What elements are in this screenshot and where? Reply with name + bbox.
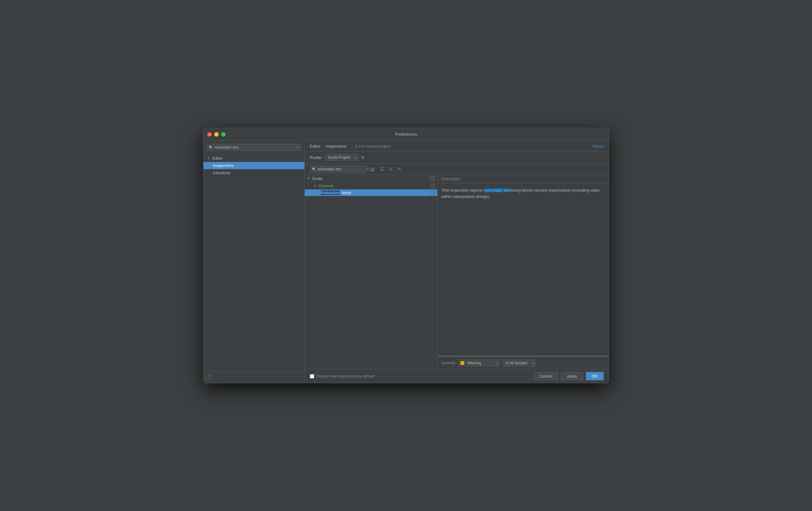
profile-label: Profile:: [310, 155, 322, 160]
block-text: block: [341, 190, 351, 195]
scala-group[interactable]: ▼ Scala: [305, 175, 437, 182]
sidebar-tree: ▼ Editor Inspections ✎ Intentions: [203, 153, 304, 371]
sidebar: 🔍 ✕ ▼ Editor Inspections ✎ Intentions: [203, 141, 305, 383]
search-icon: 🔍: [312, 167, 316, 171]
cancel-button[interactable]: Cancel: [533, 372, 558, 381]
window-controls: [207, 132, 226, 137]
editor-label: Editor: [212, 156, 223, 161]
close-button[interactable]: [207, 132, 212, 137]
apply-button[interactable]: Apply: [561, 372, 583, 381]
scope-select-wrap: In All Scopes In Tests Only: [502, 360, 536, 366]
desc-highlight: redundant enc: [484, 188, 510, 192]
ok-button[interactable]: OK: [586, 372, 604, 381]
caret-icon: ▼: [207, 156, 210, 160]
sort-icon: ☰: [380, 167, 384, 172]
gear-button[interactable]: ⚙: [361, 155, 365, 160]
window-title: Preferences: [395, 132, 417, 137]
scope-select[interactable]: In All Scopes In Tests Only: [502, 360, 536, 366]
redundant-block-label: Redundant block: [321, 190, 430, 195]
redundant-block-checkbox[interactable]: [430, 191, 435, 195]
sidebar-item-inspections[interactable]: Inspections ✎: [203, 162, 304, 169]
profile-bar: Profile: Scala Project Default ⚙: [305, 151, 609, 164]
description-header: Description: [438, 175, 609, 183]
sort-button[interactable]: ☰: [378, 166, 385, 172]
clear-filter-button[interactable]: ✎: [397, 166, 403, 172]
bottom-actions: Cancel Apply OK: [533, 372, 604, 381]
for-project-label: ⊙ For current project: [355, 144, 390, 149]
inspection-tree: ▼ Scala ▼ General Redundant block: [305, 175, 438, 369]
description-content: This inspection reports redundant enclos…: [438, 183, 609, 355]
breadcrumb: Editor › Inspections ⊙ For current proje…: [310, 144, 390, 149]
redundant-highlight: Redundant: [321, 190, 341, 195]
sidebar-footer: ?: [203, 371, 304, 383]
general-subgroup[interactable]: ▼ General: [305, 182, 437, 189]
edit-icon: ✎: [299, 163, 302, 168]
project-icon: ⊙: [355, 144, 358, 149]
bottom-bar: Disable new inspections by default Cance…: [305, 369, 609, 383]
inspection-panel: 🔍 ✕ ▥ ☰ ⇅ ✎: [305, 164, 609, 369]
maximize-button[interactable]: [221, 132, 226, 137]
inspection-body: ▼ Scala ▼ General Redundant block: [305, 175, 609, 369]
disable-checkbox-row: Disable new inspections by default: [310, 374, 374, 379]
sidebar-item-intentions[interactable]: Intentions: [203, 169, 304, 176]
main-panel: Editor › Inspections ⊙ For current proje…: [305, 141, 609, 383]
scala-caret: ▼: [307, 177, 311, 180]
inspection-search-input[interactable]: [318, 167, 365, 171]
inspection-toolbar: 🔍 ✕ ▥ ☰ ⇅ ✎: [305, 164, 609, 175]
profile-select[interactable]: Scala Project Default: [325, 154, 358, 161]
clear-filter-icon: ✎: [398, 167, 402, 172]
general-label: General: [318, 183, 333, 188]
filter-icon: ▥: [371, 167, 375, 172]
expand-button[interactable]: ⇅: [388, 166, 394, 172]
main-header: Editor › Inspections ⊙ For current proje…: [305, 141, 609, 151]
redundant-block-item[interactable]: Redundant block: [305, 189, 437, 196]
inspection-search-box: 🔍 ✕: [310, 166, 367, 173]
expand-icon: ⇅: [389, 167, 393, 172]
general-checkbox[interactable]: [430, 184, 435, 188]
minimize-button[interactable]: [214, 132, 219, 137]
profile-select-wrap: Scala Project Default: [325, 154, 358, 161]
sidebar-search-input[interactable]: [214, 145, 295, 150]
breadcrumb-parent: Editor: [310, 144, 321, 149]
sidebar-search-box: 🔍 ✕: [207, 144, 301, 151]
scala-group-label: Scala: [312, 176, 322, 181]
breadcrumb-separator: ›: [322, 144, 323, 149]
general-caret: ▼: [314, 184, 317, 187]
disable-checkbox[interactable]: [310, 374, 314, 379]
scala-checkbox[interactable]: [430, 176, 435, 181]
question-icon: ?: [208, 375, 210, 380]
severity-select[interactable]: Warning Error Info Weak Warning: [459, 360, 500, 366]
titlebar: Preferences: [203, 128, 609, 141]
description-panel: Description This inspection reports redu…: [438, 175, 609, 369]
reset-button[interactable]: Reset: [593, 144, 604, 149]
sidebar-item-editor[interactable]: ▼ Editor: [203, 155, 304, 162]
severity-label: Severity:: [441, 361, 456, 365]
desc-text-pre: This inspection reports: [441, 188, 484, 192]
help-button[interactable]: ?: [206, 374, 212, 381]
intentions-label: Intentions: [207, 171, 231, 175]
disable-label: Disable new inspections by default: [316, 374, 374, 379]
main-content: 🔍 ✕ ▼ Editor Inspections ✎ Intentions: [203, 141, 609, 383]
filter-button[interactable]: ▥: [369, 166, 376, 172]
sidebar-search-area: 🔍 ✕: [203, 141, 304, 153]
preferences-window: Preferences 🔍 ✕ ▼ Editor Inspections ✎: [203, 128, 609, 383]
inspections-label: Inspections: [207, 163, 234, 168]
breadcrumb-current: Inspections: [326, 144, 347, 149]
severity-select-wrap: Warning Error Info Weak Warning: [459, 360, 500, 366]
search-icon: 🔍: [209, 146, 213, 150]
severity-bar: Severity: Warning Error Info Weak Warnin…: [438, 357, 609, 369]
sidebar-search-clear[interactable]: ✕: [296, 146, 299, 149]
